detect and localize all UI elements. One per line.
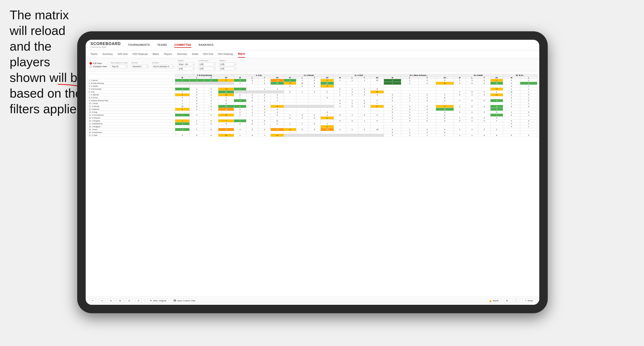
sub-h-w4: W — [334, 77, 346, 79]
sub-nav-h2hheatmap2[interactable]: H2H Heatmap — [218, 51, 233, 57]
nav-rankings[interactable]: RANKINGS — [198, 42, 214, 48]
cell — [436, 91, 454, 93]
cell: 0 — [503, 125, 520, 128]
options-button[interactable]: ⚙ — [504, 299, 510, 303]
cell: 1 — [258, 134, 271, 137]
sub-nav-detail[interactable]: Detail — [192, 51, 198, 57]
cell: 0 — [384, 99, 401, 102]
cell: 0 — [190, 105, 204, 108]
logo-subtitle: Powered by clippd — [90, 46, 121, 48]
division-select-wrapper[interactable]: NCAA Division II NCAA Division I NCAA Di… — [152, 65, 174, 68]
division-select[interactable]: NCAA Division II NCAA Division I NCAA Di… — [152, 65, 174, 68]
full-view-radio[interactable]: Full View — [90, 62, 107, 65]
undo-button[interactable]: ↩ — [90, 299, 96, 303]
region-select-wrapper[interactable]: East - DII West - DII South - DII — [178, 63, 195, 66]
reset-button[interactable]: ↺ — [135, 299, 142, 303]
sub-nav-summary2[interactable]: Summary — [177, 51, 187, 57]
players-sub-select[interactable]: (All) — [219, 67, 236, 70]
cell — [401, 91, 418, 93]
players-sub-select-wrapper[interactable]: (All) — [219, 67, 236, 70]
conference-select[interactable]: (All) — [198, 63, 216, 66]
table-row: 13. N Klug 010-2 3 0210 0108 10 — [88, 111, 537, 114]
nav-teams[interactable]: TEAMS — [157, 42, 167, 48]
cell: 1 — [418, 111, 436, 114]
row-label: 16. X Mcgaha — [88, 120, 175, 122]
cell — [204, 125, 218, 128]
fit-button[interactable]: ⊡ — [126, 299, 132, 303]
region-select[interactable]: East - DII West - DII South - DII — [178, 63, 195, 66]
cell: 2 — [234, 122, 246, 125]
cell: 1 — [234, 96, 246, 99]
sub-nav-h2hgrid2[interactable]: H2H Grid — [203, 51, 213, 57]
compact-view-radio[interactable]: Compact View — [90, 65, 107, 68]
cell — [370, 125, 384, 128]
zoom-out-button[interactable]: ⊖ — [108, 299, 114, 303]
max-players-select-wrapper[interactable]: Top 25 Top 10 Top 50 All — [111, 65, 128, 68]
conference-select-wrapper[interactable]: (All) — [198, 63, 216, 66]
players-select[interactable]: (All) — [219, 63, 236, 66]
nav-tournaments[interactable]: TOURNAMENTS — [128, 42, 150, 48]
cell: 0 — [308, 79, 321, 82]
fullscreen-button[interactable]: ⛶ — [513, 299, 520, 303]
zoom-in-button[interactable]: ⊕ — [117, 299, 123, 303]
cell — [334, 108, 346, 111]
cell: 4 — [346, 91, 358, 93]
cell: 0 — [321, 91, 334, 93]
conference-sub-select-wrapper[interactable]: (All) — [198, 67, 216, 70]
cell — [454, 102, 466, 105]
region-sub-select[interactable]: (All) — [178, 67, 195, 70]
cell — [334, 111, 346, 114]
sub-nav-matrix2[interactable]: Matrix — [238, 51, 245, 58]
cell — [358, 134, 370, 137]
table-row: 12. A Bianchi 200-18 1104 20025 4 — [88, 108, 537, 111]
view-original-button[interactable]: 👁 View: Original — [148, 299, 168, 303]
players-select-wrapper[interactable]: (All) — [219, 63, 236, 66]
sub-nav-players[interactable]: Players — [164, 51, 172, 57]
cell: 0 — [204, 122, 218, 125]
cell — [346, 122, 358, 125]
gender-select-wrapper[interactable]: Women's Men's — [132, 65, 148, 68]
cell: 17 — [370, 105, 384, 108]
share-button[interactable]: ↗ Share — [522, 299, 536, 303]
cell: -7 — [271, 99, 284, 102]
sub-nav-h2hheatmap1[interactable]: H2H Heatmap — [132, 51, 148, 57]
cell: 0 — [503, 114, 520, 117]
cell — [384, 85, 401, 88]
nav-items: TOURNAMENTS TEAMS COMMITTEE RANKINGS — [128, 42, 214, 48]
sub-nav-teams[interactable]: Teams — [90, 51, 98, 57]
max-players-select[interactable]: Top 25 Top 10 Top 50 All — [111, 65, 128, 68]
max-players-label: Max players in view — [111, 62, 128, 64]
cell — [284, 134, 296, 137]
cell: 14 — [271, 105, 284, 108]
cell — [271, 91, 284, 93]
sub-h-t3: T — [308, 77, 321, 79]
sub-h-t6: T — [478, 77, 490, 79]
col-header-5: 23. L Marie Schumac... — [384, 74, 454, 77]
cell: 4 — [436, 128, 454, 131]
save-custom-button[interactable]: 💾 Save Custom View — [171, 299, 198, 303]
cell: 2 — [401, 111, 418, 114]
cell: 1 — [478, 91, 490, 93]
redo-button[interactable]: ↪ — [99, 299, 105, 303]
cell — [370, 117, 384, 120]
watch-button[interactable]: 🔔 Watch — [487, 299, 501, 303]
compact-view-label: Compact View — [93, 65, 107, 68]
sub-nav-h2hgrid1[interactable]: H2H Grid — [118, 51, 128, 57]
cell: 1 — [401, 79, 418, 82]
cell: 0 — [190, 93, 204, 96]
cell: 0 — [308, 128, 321, 131]
cell: 2 — [401, 134, 418, 137]
cell: 4 — [284, 79, 296, 82]
conference-sub-select[interactable]: (All) — [198, 67, 216, 70]
cell: 1 — [334, 105, 346, 108]
gender-select[interactable]: Women's Men's — [132, 65, 148, 68]
cell: 0 — [418, 105, 436, 108]
sub-h-l2: L — [246, 77, 258, 79]
sub-h-l4: L — [346, 77, 358, 79]
cell — [284, 96, 296, 99]
region-sub-select-wrapper[interactable]: (All) — [178, 67, 195, 70]
sub-nav-matrix1[interactable]: Matrix — [152, 51, 159, 57]
cell — [271, 102, 284, 105]
nav-committee[interactable]: COMMITTEE — [174, 42, 191, 48]
sub-nav-summary1[interactable]: Summary — [102, 51, 113, 57]
